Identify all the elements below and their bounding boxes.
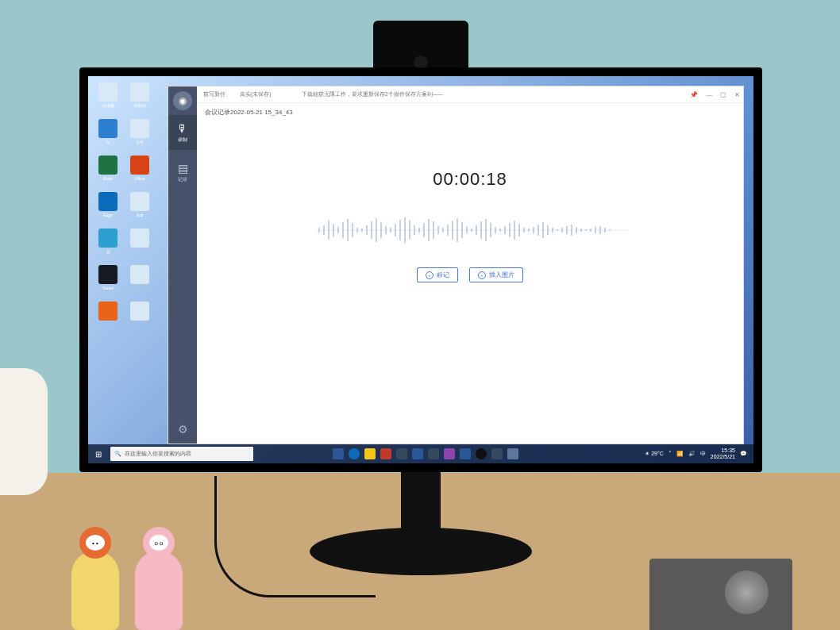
figurine-2: o o [135,551,183,630]
app-header: 前写新任 真实(未保存) 下载能获无限工作，要求重新保存2个操作保存方案到—— … [197,86,743,103]
desk-lamp [0,368,48,495]
desktop-icon[interactable]: 此电脑 [94,83,121,114]
start-button[interactable]: ⊞ [88,444,109,463]
desktop-icon[interactable]: Excel [94,156,121,187]
minimize-button[interactable]: — [706,91,712,98]
desktop-icon[interactable] [126,302,153,333]
steam-icon[interactable] [476,448,487,459]
desktop-icon[interactable]: 文件 [126,119,153,151]
desktop-icon[interactable]: Steam [94,265,121,297]
recorder-content: 00:00:18 + 标记 + [197,121,743,444]
tray-chevron-icon[interactable]: ˄ [669,451,672,457]
action-row: + 标记 + 插入图片 [417,267,523,282]
edge-icon[interactable] [349,448,360,459]
desktop-icon[interactable]: Edge [94,192,121,224]
close-button[interactable]: ✕ [734,91,740,98]
taskbar-icon[interactable] [380,448,391,459]
system-tray: ☀ 29°C ˄ 📶 🔊 中 15:35 2022/5/21 💬 [645,448,753,459]
desktop-icon[interactable]: 云 [94,229,121,260]
mic-icon: 🎙 [177,122,188,135]
settings-icon[interactable]: ⚙ [178,423,188,436]
mark-button[interactable]: + 标记 [417,267,458,282]
pin-icon[interactable]: 📌 [690,91,698,98]
plus-icon: + [426,271,433,279]
ime-icon[interactable]: 中 [700,450,706,458]
desktop-icon-grid: 此电脑回收站N文件ExcelOfficeEdgeApp云Steam [91,79,168,336]
breadcrumb: 下载能获无限工作，要求重新保存2个操作保存方案到—— [302,90,444,98]
header-tab-2[interactable]: 真实(未保存) [240,90,272,98]
clock-time: 15:35 [721,448,735,454]
sidebar-item-label: 记录 [178,176,187,183]
figurine-1: • • [71,551,119,630]
desktop-icon[interactable]: Office [126,156,153,187]
clock[interactable]: 15:35 2022/5/21 [711,448,735,459]
avatar[interactable]: ◉ [173,91,192,110]
monitor-stand-neck [401,472,441,536]
monitor: 此电脑回收站N文件ExcelOfficeEdgeApp云Steam ◉ 🎙 录制… [79,67,762,472]
recorder-app-window: ◉ 🎙 录制 ▤ 记录 ⚙ 前写新任 真实(未保存) 下载能获无限工作，要求重新… [168,86,744,444]
desktop-icon[interactable] [126,229,153,260]
taskbar-icon[interactable] [460,448,471,459]
header-tab-1[interactable]: 前写新任 [203,90,225,98]
clock-date: 2022/5/21 [711,454,735,460]
window-controls: 📌 — ▢ ✕ [690,86,740,102]
taskbar-pinned [333,448,518,459]
search-input[interactable]: 🔍 在这里输入你要搜索的内容 [110,447,253,461]
wifi-icon[interactable]: 📶 [676,451,684,457]
desk-speaker [649,559,792,630]
taskbar-icon[interactable] [444,448,455,459]
taskbar-icon[interactable] [396,448,407,459]
explorer-icon[interactable] [364,448,376,459]
search-placeholder: 在这里输入你要搜索的内容 [125,450,191,458]
settings-icon[interactable] [491,448,503,459]
recording-timer: 00:00:18 [433,169,507,190]
maximize-button[interactable]: ▢ [720,91,726,98]
desktop-icon[interactable] [94,302,121,333]
taskbar-icon[interactable] [412,448,423,459]
taskbar-icon[interactable] [333,448,344,459]
taskbar: ⊞ 🔍 在这里输入你要搜索的内容 ☀ 29°C [88,444,753,463]
desktop-screen: 此电脑回收站N文件ExcelOfficeEdgeApp云Steam ◉ 🎙 录制… [88,76,753,463]
insert-image-label: 插入图片 [489,271,514,279]
waveform [311,213,629,247]
desktop-icon[interactable]: N [94,119,121,151]
app-sidebar: ◉ 🎙 录制 ▤ 记录 ⚙ [168,86,197,444]
sidebar-item-record[interactable]: 🎙 录制 [168,115,197,150]
desktop-icon[interactable] [126,265,153,297]
sidebar-item-list[interactable]: ▤ 记录 [168,155,197,190]
insert-image-button[interactable]: + 插入图片 [469,267,523,282]
sidebar-item-label: 录制 [178,136,187,144]
app-main: 前写新任 真实(未保存) 下载能获无限工作，要求重新保存2个操作保存方案到—— … [197,86,743,444]
mark-button-label: 标记 [437,271,449,279]
taskbar-icon[interactable] [428,448,439,459]
plus-icon: + [478,271,486,279]
list-icon: ▤ [178,162,188,175]
volume-icon[interactable]: 🔊 [688,451,696,457]
desktop-icon[interactable]: 回收站 [126,83,153,114]
weather-widget[interactable]: ☀ 29°C [645,451,664,457]
notification-icon[interactable]: 💬 [740,451,747,457]
desktop-icon[interactable]: App [126,192,153,224]
search-icon: 🔍 [114,451,121,457]
recording-title: 会议记录2022-05-21 15_34_43 [197,103,743,121]
taskbar-icon[interactable] [507,448,518,459]
